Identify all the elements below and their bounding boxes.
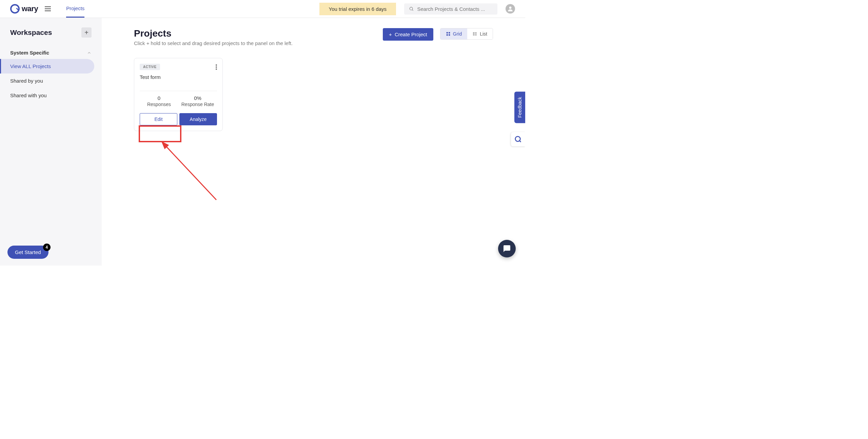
sidebar-item-shared-with-you[interactable]: Shared with you bbox=[0, 88, 94, 103]
svg-line-18 bbox=[519, 141, 521, 142]
user-avatar[interactable] bbox=[506, 4, 515, 14]
workspace-group[interactable]: System Specific bbox=[0, 44, 102, 59]
get-started-label: Get Started bbox=[15, 249, 41, 255]
main-titles: Projects Click + hold to select and drag… bbox=[134, 28, 376, 46]
card-top: ACTIVE bbox=[140, 64, 217, 70]
view-grid-button[interactable]: Grid bbox=[440, 28, 467, 39]
feedback-widget-icon[interactable] bbox=[511, 132, 525, 146]
svg-point-11 bbox=[473, 34, 474, 34]
feedback-tab[interactable]: Feedback bbox=[514, 91, 525, 123]
svg-rect-4 bbox=[449, 32, 450, 34]
main-content: Projects Click + hold to select and drag… bbox=[102, 18, 525, 266]
sidebar-item-shared-by-you[interactable]: Shared by you bbox=[0, 74, 94, 88]
rate-value: 0% bbox=[178, 95, 217, 101]
create-project-label: Create Project bbox=[395, 32, 427, 37]
menu-toggle-button[interactable] bbox=[45, 6, 51, 11]
card-menu-button[interactable] bbox=[216, 64, 217, 70]
get-started-badge: 4 bbox=[43, 244, 51, 251]
plus-icon: + bbox=[389, 32, 392, 37]
trial-banner: You trial expires in 6 days bbox=[319, 3, 396, 15]
view-list-label: List bbox=[480, 31, 487, 37]
project-title: Test form bbox=[140, 74, 217, 80]
main-header: Projects Click + hold to select and drag… bbox=[134, 28, 493, 46]
plus-icon: + bbox=[84, 29, 88, 37]
user-icon bbox=[507, 5, 514, 12]
page-subtitle: Click + hold to select and drag desired … bbox=[134, 40, 376, 46]
chat-icon bbox=[503, 245, 511, 253]
get-started-button[interactable]: Get Started 4 bbox=[7, 246, 48, 259]
grid-icon bbox=[446, 32, 451, 36]
svg-point-14 bbox=[216, 66, 217, 68]
chat-button[interactable] bbox=[498, 240, 516, 257]
search-input[interactable] bbox=[417, 6, 493, 12]
tab-projects[interactable]: Projects bbox=[66, 0, 84, 18]
create-project-button[interactable]: + Create Project bbox=[383, 28, 433, 41]
header-right: You trial expires in 6 days bbox=[319, 3, 515, 15]
svg-rect-5 bbox=[447, 34, 448, 36]
svg-line-1 bbox=[412, 10, 413, 11]
view-grid-label: Grid bbox=[453, 31, 462, 37]
svg-point-12 bbox=[473, 35, 474, 35]
q-icon bbox=[514, 135, 522, 143]
logo-text: wary bbox=[22, 4, 38, 13]
search-icon bbox=[409, 6, 414, 12]
more-vertical-icon bbox=[216, 64, 217, 70]
stat-rate: 0% Response Rate bbox=[178, 95, 217, 107]
status-badge: ACTIVE bbox=[140, 64, 160, 70]
divider bbox=[140, 91, 217, 91]
project-card[interactable]: ACTIVE Test form 0 Responses 0% Response… bbox=[134, 58, 223, 131]
svg-point-2 bbox=[509, 6, 512, 9]
svg-rect-6 bbox=[449, 34, 450, 36]
sidebar: Workspaces + System Specific View ALL Pr… bbox=[0, 18, 102, 266]
svg-point-10 bbox=[473, 33, 474, 33]
card-actions: Edit Analyze bbox=[140, 113, 217, 125]
workspaces-title: Workspaces bbox=[10, 28, 52, 37]
logo[interactable]: wary bbox=[10, 4, 38, 14]
responses-value: 0 bbox=[140, 95, 178, 101]
svg-rect-3 bbox=[447, 32, 448, 34]
view-toggle: Grid List bbox=[440, 28, 493, 40]
analyze-button[interactable]: Analyze bbox=[179, 113, 217, 125]
list-icon bbox=[473, 32, 477, 36]
logo-mark-icon bbox=[10, 4, 20, 14]
svg-point-0 bbox=[410, 7, 412, 10]
responses-label: Responses bbox=[140, 102, 178, 107]
page-title: Projects bbox=[134, 28, 376, 39]
hamburger-icon bbox=[45, 6, 51, 11]
card-stats: 0 Responses 0% Response Rate bbox=[140, 95, 217, 107]
add-workspace-button[interactable]: + bbox=[81, 27, 92, 38]
sidebar-item-all-projects[interactable]: View ALL Projects bbox=[0, 59, 94, 74]
workspaces-header: Workspaces + bbox=[0, 27, 102, 44]
workspace-group-name: System Specific bbox=[10, 50, 49, 56]
search-box[interactable] bbox=[404, 3, 497, 15]
svg-point-13 bbox=[216, 64, 217, 66]
view-list-button[interactable]: List bbox=[467, 28, 493, 39]
stat-responses: 0 Responses bbox=[140, 95, 178, 107]
rate-label: Response Rate bbox=[178, 102, 217, 107]
svg-point-15 bbox=[216, 68, 217, 70]
edit-button[interactable]: Edit bbox=[140, 113, 177, 125]
chevron-up-icon bbox=[87, 50, 92, 55]
app-header: wary Projects You trial expires in 6 day… bbox=[0, 0, 525, 18]
